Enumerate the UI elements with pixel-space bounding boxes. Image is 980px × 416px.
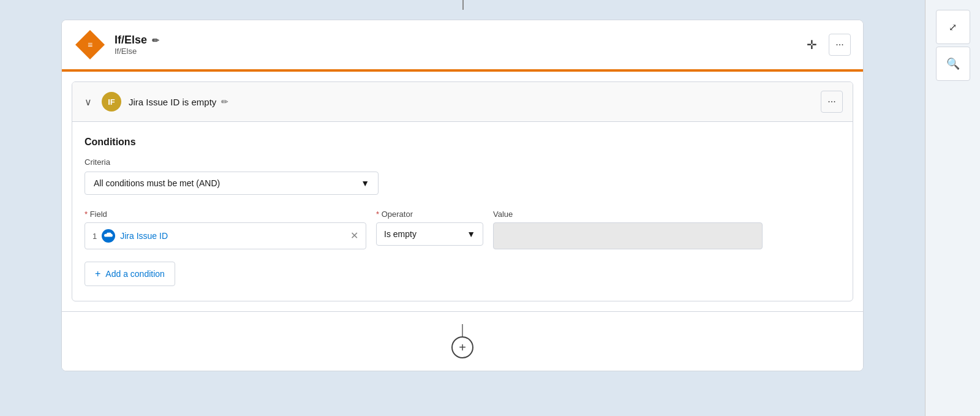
chevron-down-icon: ∨ [85, 97, 92, 107]
operator-required-asterisk: * [376, 210, 382, 219]
add-circle-icon: + [459, 341, 466, 355]
operator-label: * Operator [376, 210, 483, 219]
move-button[interactable]: ✛ [801, 34, 823, 56]
if-more-options-button[interactable]: ··· [821, 91, 843, 113]
field-group: * Field 1 Jira Issue ID ✕ [85, 210, 366, 249]
card-header-right: ✛ ··· [801, 34, 851, 56]
orange-bar [62, 69, 863, 72]
collapse-icon: ⤢ [949, 21, 957, 33]
ellipsis-icon: ··· [835, 39, 843, 50]
field-row: * Field 1 Jira Issue ID ✕ [85, 210, 840, 249]
operator-chevron-icon: ▼ [467, 229, 475, 239]
if-else-card: ≡ If/Else ✏ If/Else ✛ [61, 20, 864, 371]
add-condition-button[interactable]: + Add a condition [85, 262, 175, 286]
criteria-label: Criteria [85, 157, 840, 167]
field-label: * Field [85, 210, 366, 219]
field-clear-button[interactable]: ✕ [350, 231, 358, 241]
right-sidebar: ⤢ 🔍 [925, 0, 980, 416]
search-icon: 🔍 [946, 57, 960, 70]
card-title-block: If/Else ✏ If/Else [115, 34, 159, 56]
if-section: ∨ IF Jira Issue ID is empty ✏ ··· Cond [72, 81, 853, 301]
collapse-sidebar-button[interactable]: ⤢ [936, 10, 970, 44]
title-edit-icon[interactable]: ✏ [152, 36, 159, 45]
more-options-button[interactable]: ··· [829, 34, 851, 56]
value-group: Value [493, 210, 763, 249]
if-header-left: ∨ IF Jira Issue ID is empty ✏ [82, 92, 228, 112]
collapse-button[interactable]: ∨ [82, 94, 94, 110]
salesforce-logo [102, 229, 115, 243]
if-ellipsis-icon: ··· [827, 96, 835, 107]
field-number: 1 [92, 232, 97, 241]
value-label: Value [493, 210, 763, 219]
conditions-body: Conditions Criteria All conditions must … [72, 122, 853, 301]
card-subtitle: If/Else [115, 47, 159, 56]
add-condition-label: Add a condition [105, 269, 165, 279]
field-input[interactable]: 1 Jira Issue ID ✕ [85, 222, 366, 249]
operator-group: * Operator Is empty ▼ [376, 210, 483, 246]
bottom-section: + [62, 311, 863, 371]
operator-select[interactable]: Is empty ▼ [376, 222, 483, 246]
if-badge: IF [102, 92, 121, 112]
bottom-connector-line [462, 324, 463, 336]
criteria-chevron-icon: ▼ [361, 178, 369, 188]
field-value: Jira Issue ID [120, 231, 168, 241]
if-header: ∨ IF Jira Issue ID is empty ✏ ··· [72, 82, 853, 122]
if-title: Jira Issue ID is empty ✏ [129, 97, 228, 107]
card-header: ≡ If/Else ✏ If/Else ✛ [62, 20, 863, 69]
required-asterisk: * [85, 210, 90, 219]
card-header-left: ≡ If/Else ✏ If/Else [74, 29, 159, 61]
operator-value: Is empty [384, 229, 417, 239]
value-input[interactable] [493, 222, 763, 249]
if-title-edit-icon[interactable]: ✏ [221, 97, 228, 107]
conditions-title: Conditions [85, 137, 840, 148]
criteria-select[interactable]: All conditions must be met (AND) ▼ [85, 172, 379, 195]
plus-icon: + [95, 268, 100, 279]
diamond-icon: ≡ [74, 29, 106, 61]
move-icon: ✛ [807, 37, 817, 52]
search-sidebar-button[interactable]: 🔍 [936, 47, 970, 81]
add-step-button[interactable]: + [451, 336, 473, 358]
criteria-value: All conditions must be met (AND) [94, 178, 220, 188]
card-title: If/Else ✏ [115, 34, 159, 47]
svg-text:≡: ≡ [88, 40, 92, 50]
